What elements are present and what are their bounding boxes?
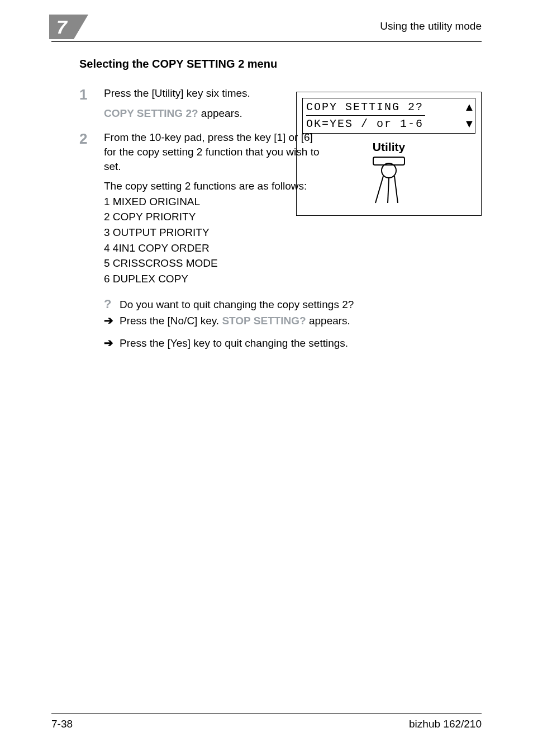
step-1-highlight: COPY SETTING 2? xyxy=(104,107,198,119)
product-name: bizhub 162/210 xyxy=(409,718,482,730)
tip-answer-1-highlight: STOP SETTING? xyxy=(222,315,306,327)
scroll-down-icon: ▼ xyxy=(464,117,472,131)
tip-answer-1-prefix: Press the [No/C] key. xyxy=(120,315,222,327)
option-3: 3 OUTPUT PRIORITY xyxy=(104,225,327,240)
step-number: 2 xyxy=(79,130,104,146)
scroll-up-icon: ▲ xyxy=(464,100,472,114)
chapter-number: 7 xyxy=(49,15,74,39)
tip-answer-2: Press the [Yes] key to quit changing the… xyxy=(120,335,348,351)
chapter-tab: 7 xyxy=(49,15,88,39)
option-5: 5 CRISSCROSS MODE xyxy=(104,256,327,271)
page-number: 7-38 xyxy=(51,718,73,730)
chapter-wedge-decoration xyxy=(74,15,88,39)
step-2-text: From the 10-key pad, press the key [1] o… xyxy=(104,130,327,173)
arrow-right-icon: ➔ xyxy=(104,337,113,349)
tip-block: ? Do you want to quit changing the copy … xyxy=(104,296,482,351)
lcd-line-1: COPY SETTING 2? xyxy=(306,100,423,114)
section-title: Selecting the COPY SETTING 2 menu xyxy=(79,58,482,70)
footer-rule xyxy=(51,713,482,714)
option-6: 6 DUPLEX COPY xyxy=(104,272,327,286)
question-mark-icon: ? xyxy=(104,297,111,311)
tip-answer-1-suffix: appears. xyxy=(306,315,350,327)
page-footer: 7-38 bizhub 162/210 xyxy=(51,713,482,730)
device-panel-illustration: COPY SETTING 2? ▲ OK=YES / or 1-6 ▼ Util… xyxy=(296,92,482,216)
press-key-icon xyxy=(365,156,412,205)
utility-key-label: Utility xyxy=(302,140,475,154)
lcd-screen: COPY SETTING 2? ▲ OK=YES / or 1-6 ▼ xyxy=(302,98,475,134)
step-1-suffix: appears. xyxy=(198,107,242,119)
tip-answer-1: Press the [No/C] key. STOP SETTING? appe… xyxy=(120,313,350,329)
step-2-sub-intro: The copy setting 2 functions are as foll… xyxy=(104,179,327,193)
option-1: 1 MIXED ORIGINAL xyxy=(104,195,327,209)
step-2-options: 1 MIXED ORIGINAL 2 COPY PRIORITY 3 OUTPU… xyxy=(104,195,327,286)
option-4: 4 4IN1 COPY ORDER xyxy=(104,241,327,256)
tip-question: Do you want to quit changing the copy se… xyxy=(120,296,354,313)
step-1-text: Press the [Utility] key six times. xyxy=(104,86,327,101)
header-rule xyxy=(51,41,482,42)
step-number: 1 xyxy=(79,86,104,102)
option-2: 2 COPY PRIORITY xyxy=(104,210,327,224)
lcd-separator xyxy=(306,115,425,116)
running-head: Using the utility mode xyxy=(380,15,482,32)
lcd-line-2: OK=YES / or 1-6 xyxy=(306,117,423,131)
arrow-right-icon: ➔ xyxy=(104,314,113,327)
